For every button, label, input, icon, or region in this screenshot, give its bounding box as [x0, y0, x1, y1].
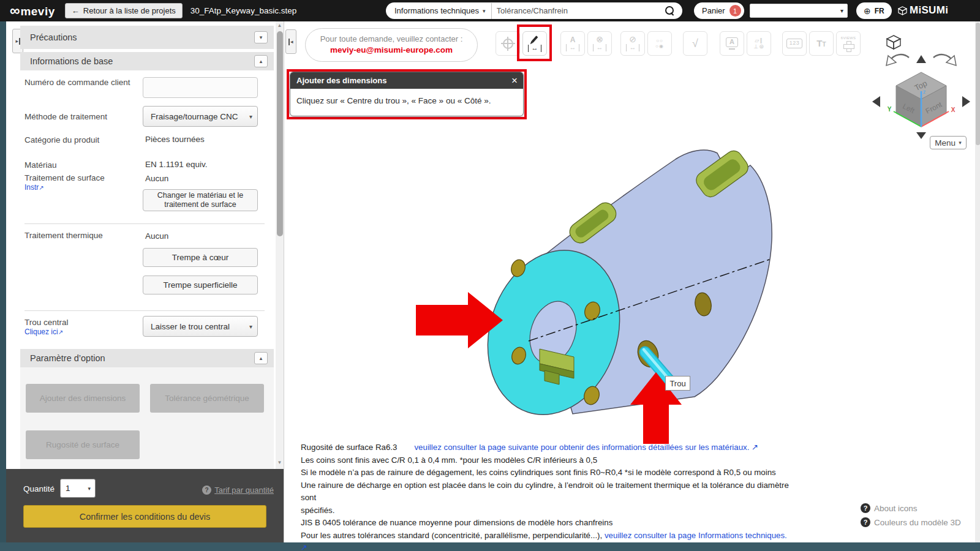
hole-pattern-tool-button[interactable]: ○○ ○◉	[647, 31, 672, 56]
about-icons-link[interactable]: ? About icons	[861, 503, 980, 513]
geometric-tolerance-tool-button[interactable]: ▱∥ ⊥⊚	[747, 31, 771, 56]
cart-button[interactable]: Panier 1	[694, 2, 744, 19]
footnote-line: JIS B 0405 tolérance de nuance moyenne p…	[301, 517, 794, 530]
material-value: EN 1.1191 equiv.	[145, 160, 208, 169]
section-precautions[interactable]: Précautions ▾	[20, 26, 274, 49]
click-here-link[interactable]: Cliquez ici↗	[24, 328, 63, 336]
material-label: Matériau	[24, 160, 135, 170]
order-number-input[interactable]	[143, 77, 258, 98]
search-icon[interactable]	[665, 6, 675, 16]
back-to-projects-button[interactable]: ← Retour à la liste de projets	[65, 3, 183, 18]
edit-dimension-text-tool-button[interactable]: A ↔	[560, 31, 585, 56]
search-category-value: Informations techniques	[394, 6, 479, 15]
contact-email[interactable]: meviy-eu@misumi-europe.com	[306, 45, 477, 54]
close-icon[interactable]: ×	[511, 75, 518, 86]
quantity-tariff-link[interactable]: ? Tarif par quantité	[202, 485, 274, 495]
axis-z-label: z	[923, 89, 926, 95]
sidebar-scrollbar-thumb[interactable]	[277, 31, 283, 236]
six-views-tool-button[interactable]: 6VIEWS	[836, 31, 861, 56]
center-bore	[522, 295, 584, 369]
instr-link[interactable]: Instr↗	[24, 183, 44, 192]
section-option-params[interactable]: Paramètre d’option ▴	[20, 349, 274, 367]
chevron-down-icon: ▾	[88, 485, 91, 492]
surface-treatment-label: Traitement de surface	[24, 173, 135, 183]
change-material-button[interactable]: Changer le matériau et le traitement de …	[143, 189, 258, 211]
geometric-tolerance-icon: ▱∥	[755, 38, 763, 43]
keyway-slot-back	[693, 148, 751, 200]
geometric-tolerance-icon: ⊥⊚	[753, 44, 764, 50]
add-dimension-tool-button[interactable]: ↔	[522, 31, 547, 56]
heat-treatment-label: Traitement thermique	[24, 230, 135, 241]
external-link-icon: ↗	[58, 329, 63, 335]
view-menu-button[interactable]: Menu ▾	[930, 136, 967, 149]
precautions-toggle-button[interactable]: ▾	[254, 31, 268, 43]
scroll-down-icon[interactable]: ▼	[276, 460, 284, 465]
confirm-quote-button[interactable]: Confirmer les conditions du devis	[23, 505, 266, 528]
materials-info-link[interactable]: veuillez consulter la page suivante pour…	[414, 443, 758, 452]
hide-dimensions-tool-button[interactable]: ⊘ ↔	[620, 31, 645, 56]
help-icon: ?	[861, 503, 870, 513]
search-category-select[interactable]: Informations techniques ▾	[386, 6, 491, 15]
annotation-display-tool-button[interactable]: A	[720, 31, 744, 56]
processing-method-select[interactable]: Fraisage/tournage CNC ▾	[143, 106, 258, 127]
model-colors-link[interactable]: ? Couleurs du modèle 3D	[861, 517, 980, 527]
hole-pattern-icon: ○◉	[655, 44, 664, 49]
chevron-down-icon: ▾	[959, 140, 962, 146]
tilt-up-icon	[916, 55, 926, 63]
geometric-tolerance-button-disabled: Tolérance géométrique	[150, 384, 264, 413]
add-dimensions-popup: Ajouter des dimensions × Cliquez sur « C…	[290, 72, 524, 116]
hole-tooltip: Trou	[665, 376, 690, 391]
divider	[24, 223, 265, 224]
footnote-line: Une rainure de décharge en option est pl…	[301, 479, 794, 504]
quantity-label: Quantité	[23, 484, 55, 493]
annotation-monitor-icon: A	[726, 37, 738, 47]
pan-right-icon	[962, 96, 970, 107]
popup-body-text: Cliquez sur « Centre du trou », « Face »…	[290, 89, 523, 113]
surface-quench-button[interactable]: Trempe superficielle	[143, 276, 258, 294]
surface-roughness-tool-button[interactable]: √	[683, 31, 707, 56]
chevron-down-icon: ▾	[840, 7, 843, 14]
footnote-line: Rugosité de surface Ra6.3veuillez consul…	[301, 441, 794, 454]
main-scrollbar-thumb[interactable]	[976, 23, 980, 145]
quantity-select[interactable]: 1 ▾	[60, 479, 96, 498]
option-params-zone: Ajouter des dimensions Tolérance géométr…	[20, 367, 274, 469]
center-hole-select[interactable]: Laisser le trou central ▾	[143, 316, 258, 337]
bore-keyway-tab	[545, 370, 559, 384]
center-hole-value: Laisser le trou central	[151, 322, 230, 331]
language-button[interactable]: ⊕ FR	[856, 2, 892, 19]
body-side-hole	[693, 291, 713, 317]
help-icon: ?	[861, 517, 870, 527]
cylinder-body	[530, 150, 772, 414]
section-precautions-title: Précautions	[30, 32, 77, 42]
header-dropdown[interactable]: ▾	[750, 4, 848, 18]
dimension-arrow-icon: ↔	[626, 44, 639, 51]
surface-treatment-value: Aucun	[145, 174, 168, 183]
processing-method-label: Méthode de traitement	[24, 111, 135, 122]
viewer-area: ◂ Pour toute demande, veuillez contacter…	[284, 21, 980, 542]
meviy-logo[interactable]: ∞ meviy	[10, 4, 55, 18]
chevron-down-icon: ▾	[249, 113, 252, 120]
datum-target-tool-button[interactable]	[496, 31, 520, 56]
footnote-line: spécifiés.	[301, 504, 794, 517]
section-basic-info[interactable]: Informations de base ▴	[20, 52, 274, 70]
misumi-logo-text: MiSUMi	[910, 4, 948, 17]
search-input[interactable]	[492, 6, 665, 15]
basic-info-toggle-button[interactable]: ▴	[254, 55, 268, 67]
chevron-down-icon: ▾	[249, 323, 252, 330]
delete-dimension-tool-button[interactable]: ⊗ ↔	[587, 31, 612, 56]
scroll-up-icon[interactable]: ▲	[276, 23, 284, 28]
core-quench-button[interactable]: Trempe à cœur	[143, 248, 258, 267]
back-button-label: Retour à la liste de projets	[83, 6, 176, 15]
text-size-icon: TT	[816, 38, 826, 49]
six-views-label: 6VIEWS	[841, 36, 856, 40]
letter-a-icon: A	[570, 36, 576, 43]
text-size-tool-button[interactable]: TT	[809, 31, 834, 56]
measure-tool-button[interactable]: 123	[782, 31, 807, 56]
panel-collapse-handle[interactable]: ◂	[285, 29, 296, 54]
caret-up-icon: ▴	[260, 355, 263, 361]
misumi-logo: MiSUMi	[898, 4, 948, 17]
keyway-slot-middle	[566, 199, 620, 247]
option-params-toggle-button[interactable]: ▴	[254, 352, 268, 364]
surface-roughness-button-disabled: Rugosité de surface	[26, 430, 140, 459]
datum-target-icon	[503, 39, 513, 49]
